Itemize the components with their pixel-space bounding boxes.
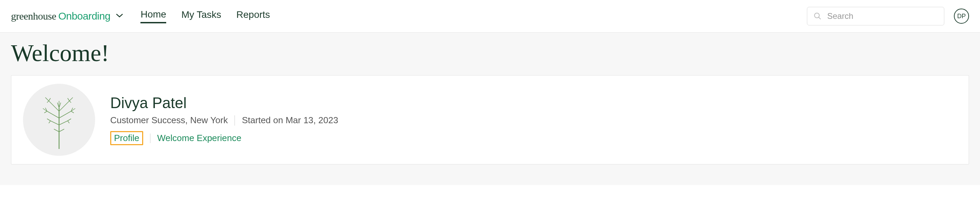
nav-tab-reports[interactable]: Reports [236,9,270,23]
brand-secondary: Onboarding [58,10,111,22]
top-header: greenhouse Onboarding Home My Tasks Repo… [0,0,980,33]
page-title: Welcome! [11,40,969,67]
plant-icon [33,91,85,149]
search-box[interactable] [807,7,944,25]
profile-avatar-image [23,84,95,156]
profile-name: Divya Patel [110,94,338,111]
user-initials: DP [957,13,966,20]
header-right: DP [807,7,969,25]
profile-card: Divya Patel Customer Success, New York S… [11,75,969,164]
profile-start-date: Started on Mar 13, 2023 [242,115,338,126]
search-icon [813,12,822,20]
search-input[interactable] [827,11,938,21]
svg-point-0 [815,13,819,18]
nav-tab-home[interactable]: Home [140,9,166,23]
nav-tabs: Home My Tasks Reports [140,9,270,23]
profile-links: Profile Welcome Experience [110,131,338,145]
brand-primary: greenhouse [11,10,56,22]
chevron-down-icon [116,13,123,19]
user-avatar[interactable]: DP [954,9,969,24]
main-content: Welcome! Divya Patel Custome [0,33,980,185]
nav-tab-my-tasks[interactable]: My Tasks [181,9,221,23]
profile-role-location: Customer Success, New York [110,115,228,126]
profile-link-profile[interactable]: Profile [110,131,143,145]
meta-divider [234,115,235,126]
profile-link-welcome-experience[interactable]: Welcome Experience [157,133,242,143]
link-divider [150,133,150,143]
profile-info: Divya Patel Customer Success, New York S… [110,94,338,145]
brand-selector[interactable]: greenhouse Onboarding [11,10,123,22]
profile-meta: Customer Success, New York Started on Ma… [110,115,338,126]
svg-line-1 [819,17,821,19]
